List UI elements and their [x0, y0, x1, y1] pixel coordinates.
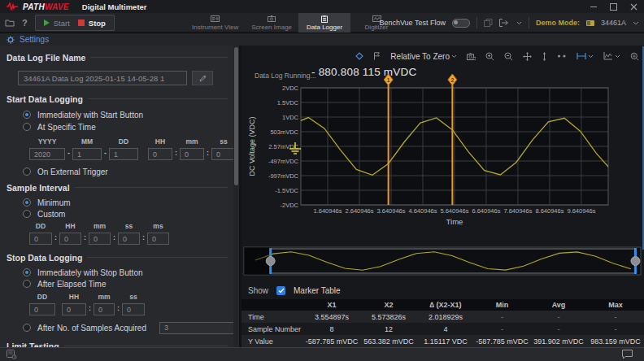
field-label: ss: [220, 137, 227, 146]
marker-table-checkbox[interactable]: [276, 286, 285, 295]
marker-table-cell: -587.785 mVDC: [474, 335, 530, 347]
field-input-HH[interactable]: 0: [59, 233, 81, 245]
marker-table-header: Max: [587, 299, 644, 311]
file-name-input[interactable]: 34461A Data Log 2025-01-15 14-05-28 1: [18, 71, 187, 85]
field-label: mm: [98, 293, 110, 301]
flag-icon[interactable]: [373, 52, 381, 60]
radio-immediately-with-stop[interactable]: Immediately with Stop Button: [23, 267, 239, 277]
radio-after-elapsed-time[interactable]: After Elapsed Time: [23, 279, 239, 289]
waveform-chart[interactable]: 2VDC1.5VDC1VDC503mVDC2.57mVDC-497mVDC-99…: [242, 70, 644, 246]
field-input-ss[interactable]: 0: [211, 148, 236, 160]
svg-text:-1.5VDC: -1.5VDC: [275, 187, 298, 194]
marker-table-cell: 391.902 mVDC: [530, 335, 587, 347]
tab-instrument-view[interactable]: Instrument View: [185, 13, 245, 33]
marker-table-header: ∆ (X2-X1): [417, 299, 474, 311]
field-input-DD[interactable]: 0: [29, 233, 52, 245]
maximize-icon[interactable]: [610, 3, 617, 11]
field-label: ms: [153, 222, 163, 230]
cursor-bounds-icon[interactable]: [577, 52, 594, 60]
radio-icon: [23, 198, 31, 207]
field-input-mm[interactable]: 0: [94, 303, 115, 315]
benchvue-test-flow-label: BenchVue Test Flow: [379, 19, 446, 27]
relative-mode-dropdown[interactable]: Relative To Zero: [390, 52, 457, 61]
instrument-chevron-icon[interactable]: [633, 21, 639, 25]
marker-table-row-label: Sample Number: [242, 323, 303, 335]
radio-custom[interactable]: Custom: [23, 209, 239, 219]
field-input-ms[interactable]: 0: [147, 233, 169, 245]
field-input-ss[interactable]: 0: [118, 233, 140, 245]
inspect-data-icon[interactable]: [630, 52, 639, 61]
section-data-log-file-name: Data Log File Name: [7, 52, 228, 63]
demo-mode-label: Demo Mode:: [536, 19, 580, 27]
field-input-ss[interactable]: 0: [122, 303, 145, 315]
marker-diamond-icon[interactable]: [355, 52, 363, 60]
data-logger-chart-panel: Relative To Zero: [242, 46, 644, 347]
stop-icon: [78, 20, 85, 26]
overview-knob-left[interactable]: [266, 257, 275, 266]
field-input-MM[interactable]: 1: [72, 148, 102, 160]
radio-minimum[interactable]: Minimum: [23, 198, 239, 207]
pan-icon[interactable]: [523, 52, 532, 61]
svg-text:4.640946s: 4.640946s: [408, 207, 437, 215]
overview-knob-right[interactable]: [631, 257, 640, 266]
samples-count-input[interactable]: 3: [159, 322, 238, 334]
zoom-in-icon[interactable]: [485, 52, 494, 61]
field-separator: -: [65, 146, 72, 160]
stop-button[interactable]: Stop: [78, 19, 106, 28]
field-label: HH: [155, 137, 165, 146]
field-input-mm[interactable]: 0: [180, 148, 204, 160]
radio-immediately-with-start[interactable]: Immediately with Start Button: [23, 110, 239, 120]
settings-link[interactable]: Settings: [20, 35, 49, 44]
tab-screen-image[interactable]: Screen Image: [245, 13, 298, 33]
section-stop-data-logging: Stop Data Logging: [7, 252, 228, 263]
left-panel-scrollbar[interactable]: [233, 46, 238, 347]
scrollbar-thumb[interactable]: [234, 47, 238, 185]
check-icon: [278, 288, 285, 294]
help-icon[interactable]: ?: [22, 18, 28, 28]
edit-file-name-button[interactable]: [192, 71, 213, 85]
gear-icon: [7, 36, 15, 44]
instrument-monitor-icon[interactable]: [7, 350, 17, 359]
svg-text:6.640946s: 6.640946s: [472, 207, 500, 215]
instrument-model: 34461A: [601, 19, 626, 27]
tab-data-logger[interactable]: Data Logger: [298, 13, 350, 33]
compare-windows-icon[interactable]: [484, 19, 493, 27]
zoom-out-icon[interactable]: [504, 52, 513, 61]
export-icon[interactable]: [499, 19, 510, 27]
radio-on-external-trigger[interactable]: On External Trigger: [23, 167, 239, 176]
field-input-YYYY[interactable]: 2020: [29, 148, 65, 160]
radio-after-samples-acquired[interactable]: After No. of Samples Acquired 3: [23, 323, 239, 333]
close-icon[interactable]: [630, 3, 637, 11]
marker-dots-icon[interactable]: [557, 54, 567, 58]
field-label: mm: [185, 137, 198, 146]
field-input-mm[interactable]: 0: [89, 233, 111, 245]
export-chevron-icon[interactable]: [516, 21, 522, 25]
radio-icon: [23, 210, 31, 218]
screen-image-icon: [268, 15, 276, 23]
marker-table-cell: -: [587, 311, 644, 323]
section-start-data-logging: Start Data Logging: [7, 94, 228, 104]
field-label: DD: [37, 293, 47, 301]
marker-table-row-label: Time: [242, 311, 303, 323]
field-input-DD[interactable]: 0: [29, 303, 55, 315]
snapshot-icon[interactable]: [467, 53, 476, 60]
sample-interval-fields: DD0:HH0:mm0:ss0:ms0: [29, 222, 239, 245]
benchvue-toggle[interactable]: [452, 19, 470, 28]
open-file-icon[interactable]: [5, 19, 15, 27]
chart-type-icon[interactable]: [603, 52, 620, 60]
start-button[interactable]: Start: [44, 19, 70, 28]
svg-text:1.640946s: 1.640946s: [313, 207, 342, 215]
marker-table-cell: -587.785 mVDC: [303, 335, 360, 347]
svg-text:9.640946s: 9.640946s: [567, 207, 595, 215]
field-input-DD[interactable]: 1: [109, 148, 138, 160]
field-label: MM: [81, 137, 93, 146]
field-label: mm: [94, 222, 106, 230]
chart-toolbar: Relative To Zero: [355, 46, 639, 67]
minimize-icon[interactable]: [590, 7, 597, 7]
fit-vertical-icon[interactable]: [542, 52, 547, 61]
field-input-HH[interactable]: 0: [62, 303, 86, 315]
feedback-icon[interactable]: [622, 350, 633, 359]
radio-at-specific-time[interactable]: At Specific Time: [23, 122, 239, 132]
field-input-HH[interactable]: 0: [148, 148, 172, 160]
overview-strip[interactable]: [242, 246, 644, 276]
